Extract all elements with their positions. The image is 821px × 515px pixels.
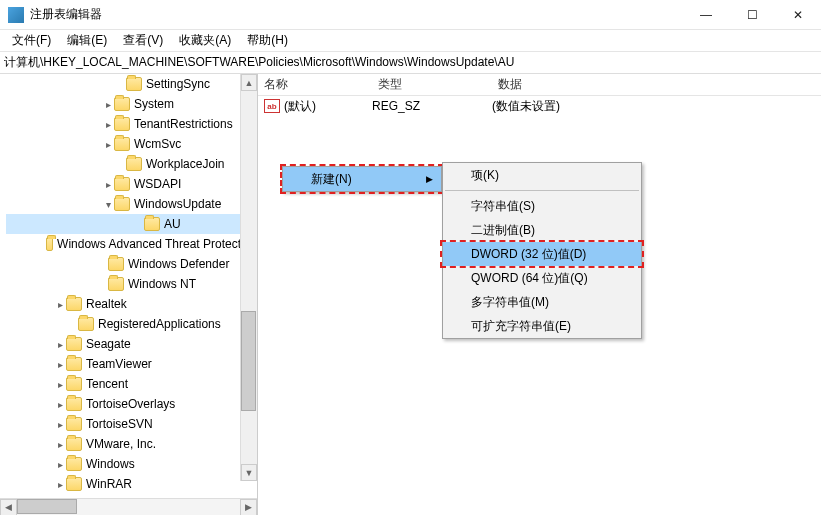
tree-pane: SettingSync▸System▸TenantRestrictions▸Wc…: [0, 74, 258, 515]
menu-file[interactable]: 文件(F): [4, 30, 59, 51]
tree-expander-icon[interactable]: ▸: [54, 379, 66, 390]
tree-expander-icon[interactable]: ▸: [54, 479, 66, 490]
folder-icon: [66, 377, 82, 391]
menu-item-label: 项(K): [471, 167, 499, 184]
scroll-track[interactable]: [241, 91, 257, 464]
folder-icon: [114, 137, 130, 151]
menu-help[interactable]: 帮助(H): [239, 30, 296, 51]
tree-item-label: Tencent: [86, 377, 128, 391]
tree-item[interactable]: SettingSync: [6, 74, 257, 94]
tree-item-label: Windows Advanced Threat Protection: [57, 237, 257, 251]
scroll-down-arrow-icon[interactable]: ▼: [241, 464, 257, 481]
folder-icon: [66, 457, 82, 471]
tree-item-label: WcmSvc: [134, 137, 181, 151]
tree-item[interactable]: WorkplaceJoin: [6, 154, 257, 174]
tree-item-label: Windows NT: [128, 277, 196, 291]
tree-vertical-scrollbar[interactable]: ▲ ▼: [240, 74, 257, 481]
folder-icon: [46, 237, 53, 251]
menu-item-label: QWORD (64 位)值(Q): [471, 270, 588, 287]
folder-icon: [114, 97, 130, 111]
tree-item[interactable]: ▸Realtek: [6, 294, 257, 314]
column-header-type[interactable]: 类型: [372, 76, 492, 93]
menu-item-key[interactable]: 项(K): [443, 163, 641, 187]
menu-edit[interactable]: 编辑(E): [59, 30, 115, 51]
tree-expander-icon[interactable]: ▸: [54, 339, 66, 350]
tree-item-label: WindowsUpdate: [134, 197, 221, 211]
close-button[interactable]: ✕: [775, 0, 821, 30]
value-type: REG_SZ: [372, 99, 492, 113]
folder-icon: [78, 317, 94, 331]
tree-item[interactable]: Windows Defender: [6, 254, 257, 274]
maximize-button[interactable]: ☐: [729, 0, 775, 30]
tree-item[interactable]: ▸WSDAPI: [6, 174, 257, 194]
tree-expander-icon[interactable]: ▸: [54, 419, 66, 430]
list-header: 名称 类型 数据: [258, 74, 821, 96]
scroll-track-h[interactable]: [17, 499, 240, 516]
tree-item[interactable]: ▸System: [6, 94, 257, 114]
tree-expander-icon[interactable]: ▸: [102, 179, 114, 190]
tree-item[interactable]: Windows Advanced Threat Protection: [6, 234, 257, 254]
folder-icon: [66, 437, 82, 451]
tree-scroll[interactable]: SettingSync▸System▸TenantRestrictions▸Wc…: [0, 74, 257, 498]
tree-item-label: RegisteredApplications: [98, 317, 221, 331]
submenu-arrow-icon: ▶: [426, 174, 433, 184]
menu-item-label: 二进制值(B): [471, 222, 535, 239]
scroll-left-arrow-icon[interactable]: ◀: [0, 499, 17, 516]
menu-item-multistring[interactable]: 多字符串值(M): [443, 290, 641, 314]
tree-item-label: AU: [164, 217, 181, 231]
folder-icon: [114, 197, 130, 211]
tree-item[interactable]: ▸TenantRestrictions: [6, 114, 257, 134]
tree-item-label: TenantRestrictions: [134, 117, 233, 131]
scroll-thumb-h[interactable]: [17, 499, 77, 514]
tree-item[interactable]: ▸TortoiseOverlays: [6, 394, 257, 414]
scroll-up-arrow-icon[interactable]: ▲: [241, 74, 257, 91]
tree-item[interactable]: ▸VMware, Inc.: [6, 434, 257, 454]
column-header-name[interactable]: 名称: [258, 76, 372, 93]
tree-item[interactable]: ▸TeamViewer: [6, 354, 257, 374]
menu-item-binary[interactable]: 二进制值(B): [443, 218, 641, 242]
tree-item[interactable]: ▸WinRAR: [6, 474, 257, 494]
menu-item-qword[interactable]: QWORD (64 位)值(Q): [443, 266, 641, 290]
tree-expander-icon[interactable]: ▸: [54, 399, 66, 410]
scroll-thumb[interactable]: [241, 311, 256, 411]
menu-item-string[interactable]: 字符串值(S): [443, 194, 641, 218]
tree-item[interactable]: ▾WindowsUpdate: [6, 194, 257, 214]
tree-expander-icon[interactable]: ▸: [102, 119, 114, 130]
tree-item-label: SettingSync: [146, 77, 210, 91]
tree-item-label: Seagate: [86, 337, 131, 351]
menu-item-dword[interactable]: DWORD (32 位)值(D): [443, 242, 641, 266]
menu-favorites[interactable]: 收藏夹(A): [171, 30, 239, 51]
tree-expander-icon[interactable]: ▸: [102, 99, 114, 110]
tree-item[interactable]: ▸Seagate: [6, 334, 257, 354]
list-row[interactable]: ab(默认)REG_SZ(数值未设置): [258, 96, 821, 116]
tree-expander-icon[interactable]: ▾: [102, 199, 114, 210]
tree-item[interactable]: ▸TortoiseSVN: [6, 414, 257, 434]
tree-expander-icon[interactable]: ▸: [54, 359, 66, 370]
tree: SettingSync▸System▸TenantRestrictions▸Wc…: [0, 74, 257, 494]
tree-expander-icon[interactable]: ▸: [54, 439, 66, 450]
menu-item-new[interactable]: 新建(N) ▶: [283, 167, 441, 191]
tree-item[interactable]: ▸WcmSvc: [6, 134, 257, 154]
address-bar[interactable]: 计算机\HKEY_LOCAL_MACHINE\SOFTWARE\Policies…: [0, 52, 821, 74]
scroll-right-arrow-icon[interactable]: ▶: [240, 499, 257, 516]
tree-item[interactable]: ▸Tencent: [6, 374, 257, 394]
tree-item[interactable]: RegisteredApplications: [6, 314, 257, 334]
menu-item-expandstring[interactable]: 可扩充字符串值(E): [443, 314, 641, 338]
folder-icon: [144, 217, 160, 231]
tree-expander-icon[interactable]: ▸: [54, 299, 66, 310]
menu-view[interactable]: 查看(V): [115, 30, 171, 51]
tree-item[interactable]: ▸Windows: [6, 454, 257, 474]
tree-item-label: WorkplaceJoin: [146, 157, 224, 171]
tree-horizontal-scrollbar[interactable]: ◀ ▶: [0, 498, 257, 515]
tree-item[interactable]: AU: [6, 214, 257, 234]
column-header-data[interactable]: 数据: [492, 76, 821, 93]
folder-icon: [66, 337, 82, 351]
tree-expander-icon[interactable]: ▸: [54, 459, 66, 470]
minimize-button[interactable]: —: [683, 0, 729, 30]
folder-icon: [66, 297, 82, 311]
window-title: 注册表编辑器: [30, 6, 683, 23]
content-area: SettingSync▸System▸TenantRestrictions▸Wc…: [0, 74, 821, 515]
list-pane: 名称 类型 数据 ab(默认)REG_SZ(数值未设置) 新建(N) ▶ 项(K…: [258, 74, 821, 515]
tree-item[interactable]: Windows NT: [6, 274, 257, 294]
tree-expander-icon[interactable]: ▸: [102, 139, 114, 150]
